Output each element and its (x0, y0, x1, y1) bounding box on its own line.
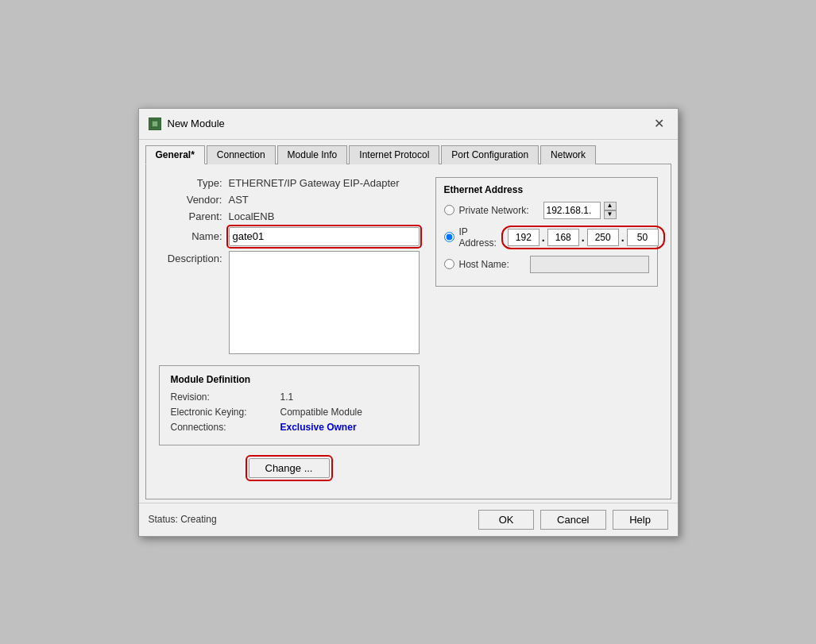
ip-dot-2: . (581, 231, 586, 244)
revision-label: Revision: (171, 391, 274, 403)
ip-address-segments: . . . (501, 226, 665, 249)
ip-dot-1: . (541, 231, 546, 244)
svg-rect-1 (153, 121, 157, 126)
hostname-input[interactable] (530, 256, 649, 273)
ip-dot-3: . (621, 231, 625, 244)
private-network-row: Private Network: ▲ ▼ (444, 202, 649, 219)
tab-content: Type: ETHERNET/IP Gateway EIP-Adapter Ve… (145, 164, 671, 499)
ip-octet-4[interactable] (627, 229, 659, 246)
spin-up-button[interactable]: ▲ (604, 202, 617, 210)
ip-octet-1[interactable] (508, 229, 539, 246)
tab-internet-protocol[interactable]: Internet Protocol (349, 145, 439, 164)
status-bar: Status: Creating OK Cancel Help (139, 503, 678, 536)
keying-value: Compatible Module (280, 407, 362, 418)
hostname-label: Host Name: (459, 259, 525, 270)
description-input[interactable] (229, 251, 420, 354)
spin-control: ▲ ▼ (604, 202, 617, 219)
hostname-radio[interactable] (444, 259, 454, 269)
status-area: Status: Creating (149, 514, 217, 525)
ip-address-row: IP Address: . . . (444, 226, 649, 249)
right-panel: Ethernet Address Private Network: ▲ ▼ (435, 177, 658, 486)
close-button[interactable]: ✕ (651, 115, 668, 133)
private-network-input[interactable] (543, 202, 601, 219)
description-label: Description: (159, 251, 222, 264)
name-label: Name: (159, 230, 222, 242)
dialog-title: New Module (168, 118, 225, 129)
spin-down-button[interactable]: ▼ (604, 210, 617, 219)
type-value: ETHERNET/IP Gateway EIP-Adapter (229, 177, 400, 189)
cancel-button[interactable]: Cancel (540, 510, 605, 530)
connections-value[interactable]: Exclusive Owner (280, 422, 357, 433)
title-bar-left: New Module (149, 118, 225, 130)
tab-network[interactable]: Network (540, 145, 596, 164)
module-icon (149, 118, 161, 130)
connections-label: Connections: (171, 422, 274, 433)
module-def-title: Module Definition (171, 374, 408, 385)
ip-octet-2[interactable] (547, 229, 579, 246)
content-body: Type: ETHERNET/IP Gateway EIP-Adapter Ve… (159, 177, 658, 486)
description-row: Description: (159, 251, 420, 354)
change-button[interactable]: Change ... (249, 458, 330, 478)
tab-bar: General* Connection Module Info Internet… (139, 140, 678, 164)
tab-general[interactable]: General* (145, 145, 205, 164)
vendor-row: Vendor: AST (159, 194, 420, 206)
ip-address-label: IP Address: (459, 226, 497, 249)
parent-value: LocalENB (229, 210, 275, 222)
private-network-input-group: ▲ ▼ (543, 202, 617, 219)
hostname-row: Host Name: (444, 256, 649, 273)
vendor-label: Vendor: (159, 194, 222, 206)
type-label: Type: (159, 177, 222, 189)
connections-row: Connections: Exclusive Owner (171, 422, 408, 433)
tab-module-info[interactable]: Module Info (277, 145, 348, 164)
tab-port-configuration[interactable]: Port Configuration (441, 145, 539, 164)
left-panel: Type: ETHERNET/IP Gateway EIP-Adapter Ve… (159, 177, 420, 486)
private-network-label: Private Network: (459, 205, 539, 216)
keying-row: Electronic Keying: Compatible Module (171, 407, 408, 418)
new-module-dialog: New Module ✕ General* Connection Module … (138, 108, 679, 537)
ip-address-radio[interactable] (444, 232, 454, 242)
revision-value: 1.1 (280, 391, 294, 403)
ip-octet-3[interactable] (587, 229, 619, 246)
help-button[interactable]: Help (613, 510, 668, 530)
name-row: Name: (159, 227, 420, 246)
parent-row: Parent: LocalENB (159, 210, 420, 222)
title-bar: New Module ✕ (139, 109, 678, 140)
parent-label: Parent: (159, 210, 222, 222)
tab-connection[interactable]: Connection (207, 145, 276, 164)
status-value: Creating (180, 514, 216, 525)
ok-button[interactable]: OK (478, 510, 534, 530)
status-label: Status: (149, 514, 178, 525)
ethernet-title: Ethernet Address (444, 184, 649, 195)
revision-row: Revision: 1.1 (171, 391, 408, 403)
keying-label: Electronic Keying: (171, 407, 274, 418)
private-network-radio[interactable] (444, 205, 454, 215)
name-input[interactable] (229, 227, 420, 246)
vendor-value: AST (229, 194, 249, 206)
change-button-row: Change ... (159, 450, 420, 481)
status-buttons: OK Cancel Help (478, 510, 667, 530)
type-row: Type: ETHERNET/IP Gateway EIP-Adapter (159, 177, 420, 189)
ethernet-address-box: Ethernet Address Private Network: ▲ ▼ (435, 177, 658, 287)
module-definition-box: Module Definition Revision: 1.1 Electron… (159, 365, 420, 445)
